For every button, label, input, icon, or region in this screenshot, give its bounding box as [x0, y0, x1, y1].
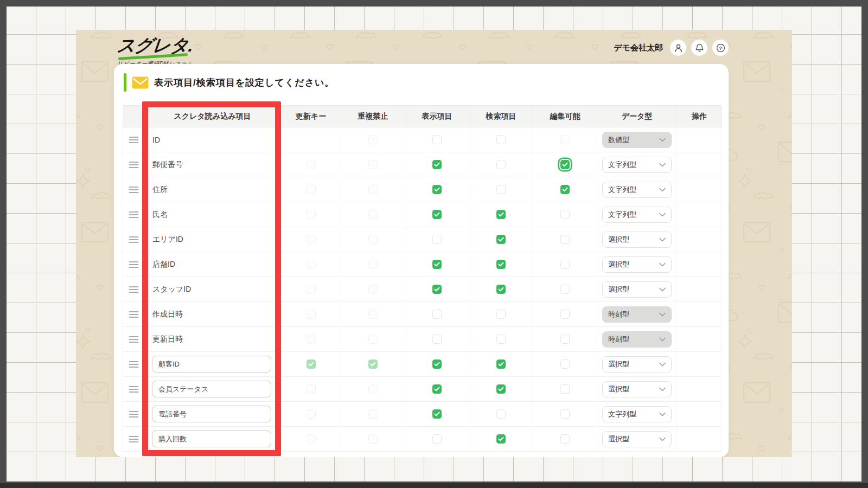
display-item-checkbox[interactable] [432, 310, 442, 319]
data-type-select[interactable]: 文字列型 [602, 207, 672, 223]
account-button[interactable] [670, 40, 686, 56]
data-type-select[interactable]: 時刻型 [602, 306, 672, 323]
data-type-select[interactable]: 文字列型 [602, 406, 672, 422]
drag-handle-icon[interactable] [129, 336, 139, 343]
drag-handle-icon[interactable] [129, 435, 139, 443]
search-item-checkbox[interactable] [496, 235, 506, 244]
drag-handle-icon[interactable] [129, 236, 139, 243]
search-item-checkbox[interactable] [496, 310, 506, 319]
search-item-checkbox[interactable] [496, 335, 506, 344]
editable-checkbox[interactable] [560, 135, 570, 144]
display-item-checkbox[interactable] [432, 335, 442, 344]
help-button[interactable] [712, 40, 729, 56]
field-name-input[interactable] [152, 356, 271, 373]
drag-handle-icon[interactable] [129, 361, 139, 368]
data-type-select[interactable]: 選択型 [602, 356, 672, 373]
data-type-select[interactable]: 時刻型 [602, 331, 672, 348]
no-duplicate-checkbox[interactable] [368, 409, 378, 419]
display-item-checkbox[interactable] [432, 135, 442, 144]
search-item-checkbox[interactable] [496, 185, 506, 194]
data-type-select[interactable]: 文字列型 [602, 182, 672, 198]
no-duplicate-checkbox[interactable] [368, 135, 378, 144]
update-key-cell [281, 327, 341, 352]
search-item-checkbox[interactable] [496, 260, 506, 269]
no-duplicate-checkbox[interactable] [368, 359, 378, 369]
search-item-checkbox[interactable] [496, 434, 506, 444]
display-item-checkbox[interactable] [432, 434, 442, 444]
update-key-checkbox[interactable] [307, 160, 316, 169]
display-item-checkbox[interactable] [432, 235, 442, 244]
editable-checkbox[interactable] [560, 285, 570, 294]
display-item-checkbox[interactable] [432, 210, 442, 219]
update-key-checkbox[interactable] [307, 434, 316, 444]
update-key-checkbox[interactable] [307, 210, 316, 219]
update-key-checkbox[interactable] [307, 235, 316, 244]
editable-checkbox[interactable] [560, 384, 570, 394]
update-key-checkbox[interactable] [307, 185, 316, 194]
drag-handle-icon[interactable] [129, 136, 139, 144]
data-type-select[interactable]: 選択型 [602, 431, 672, 447]
no-duplicate-checkbox[interactable] [368, 384, 378, 394]
update-key-checkbox[interactable] [307, 409, 316, 419]
data-type-select[interactable]: 選択型 [602, 381, 672, 397]
editable-checkbox[interactable] [560, 235, 570, 244]
search-item-checkbox[interactable] [496, 210, 506, 219]
field-name-input[interactable] [152, 431, 271, 447]
no-duplicate-checkbox[interactable] [368, 434, 378, 444]
update-key-checkbox[interactable] [307, 384, 316, 394]
update-key-checkbox[interactable] [307, 260, 316, 269]
search-item-checkbox[interactable] [496, 160, 506, 169]
editable-checkbox[interactable] [560, 260, 570, 269]
editable-checkbox[interactable] [560, 359, 570, 369]
data-type-select[interactable]: 選択型 [602, 281, 672, 298]
data-type-select[interactable]: 選択型 [602, 232, 672, 248]
editable-checkbox[interactable] [560, 409, 570, 419]
no-duplicate-checkbox[interactable] [368, 235, 378, 244]
no-duplicate-checkbox[interactable] [368, 160, 378, 169]
update-key-checkbox[interactable] [307, 285, 316, 294]
drag-handle-icon[interactable] [129, 410, 139, 418]
update-key-checkbox[interactable] [307, 310, 316, 319]
display-item-checkbox[interactable] [432, 285, 442, 294]
editable-checkbox[interactable] [560, 210, 570, 219]
display-item-checkbox[interactable] [432, 384, 442, 394]
drag-handle-icon[interactable] [129, 161, 139, 169]
editable-checkbox[interactable] [560, 185, 570, 194]
no-duplicate-checkbox[interactable] [368, 335, 378, 344]
no-duplicate-checkbox[interactable] [368, 210, 378, 219]
display-item-checkbox[interactable] [432, 185, 442, 194]
drag-handle-icon[interactable] [129, 311, 139, 318]
data-type-select[interactable]: 選択型 [602, 256, 672, 273]
no-duplicate-checkbox[interactable] [368, 185, 378, 194]
editable-checkbox[interactable] [560, 160, 570, 169]
search-item-checkbox[interactable] [496, 359, 506, 369]
display-item-checkbox[interactable] [432, 160, 442, 169]
editable-checkbox[interactable] [560, 310, 570, 319]
drag-handle-icon[interactable] [129, 211, 139, 219]
no-duplicate-checkbox[interactable] [368, 310, 378, 319]
drag-handle-icon[interactable] [129, 286, 139, 293]
drag-handle-icon[interactable] [129, 186, 139, 194]
search-item-checkbox[interactable] [496, 135, 506, 144]
no-duplicate-checkbox[interactable] [368, 260, 378, 269]
field-name-input[interactable] [152, 381, 271, 397]
check-icon [498, 362, 504, 367]
update-key-checkbox[interactable] [307, 359, 316, 369]
update-key-checkbox[interactable] [307, 335, 316, 344]
data-type-select[interactable]: 文字列型 [602, 157, 672, 173]
display-item-checkbox[interactable] [432, 409, 442, 419]
editable-checkbox[interactable] [560, 335, 570, 344]
field-name-input[interactable] [152, 406, 271, 422]
search-item-checkbox[interactable] [496, 409, 506, 419]
drag-handle-icon[interactable] [129, 386, 139, 393]
search-item-checkbox[interactable] [496, 285, 506, 294]
notifications-button[interactable] [691, 40, 707, 56]
search-item-checkbox[interactable] [496, 384, 506, 394]
data-type-select[interactable]: 数値型 [602, 132, 672, 148]
display-item-checkbox[interactable] [432, 359, 442, 369]
display-item-checkbox[interactable] [432, 260, 442, 269]
no-duplicate-checkbox[interactable] [368, 285, 378, 294]
editable-checkbox[interactable] [560, 434, 570, 444]
drag-handle-icon[interactable] [129, 261, 139, 268]
user-name: デモ会社太郎 [614, 43, 663, 53]
